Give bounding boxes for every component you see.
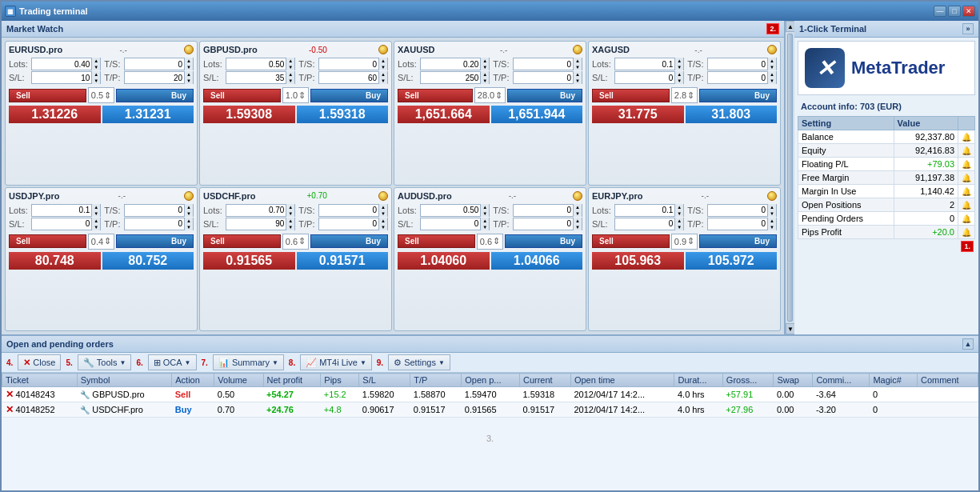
ts-spinner[interactable]: ▲ ▼ — [573, 204, 582, 217]
orders-col-header[interactable]: Action — [172, 374, 214, 387]
sl-up[interactable]: ▲ — [675, 71, 683, 78]
tp-up[interactable]: ▲ — [768, 218, 776, 224]
buy-button[interactable]: Buy — [505, 234, 582, 248]
ts-down[interactable]: ▼ — [574, 64, 582, 70]
scroll-thumb[interactable] — [787, 34, 793, 322]
orders-col-header[interactable]: Current — [519, 374, 570, 387]
wrench-icon[interactable]: 🔧 — [80, 390, 90, 399]
sl-field[interactable] — [226, 219, 286, 228]
ts-down[interactable]: ▼ — [768, 210, 776, 217]
tp-up[interactable]: ▲ — [379, 71, 387, 78]
lots-spinner[interactable]: ▲ ▼ — [91, 204, 100, 217]
tp-down[interactable]: ▼ — [379, 78, 387, 84]
lots-field[interactable] — [226, 60, 286, 69]
orders-col-header[interactable]: Commi... — [813, 374, 870, 387]
orders-col-header[interactable]: S/L — [359, 374, 410, 387]
bottom-expand-button[interactable]: ▲ — [962, 338, 974, 350]
sl-down[interactable]: ▼ — [286, 224, 294, 230]
tp-up[interactable]: ▲ — [574, 218, 582, 224]
sl-field[interactable] — [421, 219, 480, 228]
sl-down[interactable]: ▼ — [481, 224, 489, 230]
ts-spinner[interactable]: ▲ ▼ — [767, 58, 776, 70]
ts-spinner[interactable]: ▲ ▼ — [184, 204, 193, 217]
buy-button[interactable]: Buy — [507, 89, 582, 102]
tp-input[interactable]: ▲ ▼ — [124, 71, 194, 84]
lots-field[interactable] — [421, 206, 480, 214]
lots-input[interactable]: ▲ ▼ — [31, 204, 101, 217]
sell-button[interactable]: Sell — [9, 234, 86, 248]
ts-spinner[interactable]: ▲ ▼ — [573, 58, 582, 70]
orders-col-header[interactable]: Durat... — [674, 374, 722, 387]
orders-col-header[interactable]: Swap — [774, 374, 813, 387]
orders-col-header[interactable]: Net profit — [263, 374, 321, 387]
tp-input[interactable]: ▲ ▼ — [707, 71, 777, 84]
tp-up[interactable]: ▲ — [768, 71, 776, 78]
orders-col-header[interactable]: Ticket — [2, 374, 78, 387]
tp-input[interactable]: ▲ ▼ — [707, 218, 777, 230]
sl-spinner[interactable]: ▲ ▼ — [674, 71, 683, 84]
lots-spinner[interactable]: ▲ ▼ — [674, 204, 683, 217]
ts-down[interactable]: ▼ — [379, 64, 387, 70]
sell-button[interactable]: Sell — [592, 234, 670, 248]
sl-input[interactable]: ▲ ▼ — [31, 218, 101, 230]
bell-icon[interactable]: 🔔 — [962, 174, 971, 182]
lots-up[interactable]: ▲ — [92, 58, 100, 64]
ts-input[interactable]: ▲ ▼ — [707, 204, 777, 217]
bell-icon[interactable]: 🔔 — [962, 160, 971, 169]
lots-down[interactable]: ▼ — [286, 210, 294, 217]
bell-cell[interactable]: 🔔 — [958, 212, 975, 226]
sell-button[interactable]: Sell — [9, 89, 86, 102]
sl-spinner[interactable]: ▲ ▼ — [286, 71, 294, 84]
orders-col-header[interactable]: Comment — [917, 374, 978, 387]
ts-input[interactable]: ▲ ▼ — [124, 58, 194, 70]
tp-up[interactable]: ▲ — [379, 218, 387, 224]
sl-down[interactable]: ▼ — [481, 78, 489, 84]
tp-spinner[interactable]: ▲ ▼ — [184, 71, 193, 84]
sl-input[interactable]: ▲ ▼ — [614, 71, 684, 84]
oca-button[interactable]: ⊞ OCA ▼ — [148, 354, 197, 370]
ts-up[interactable]: ▲ — [768, 58, 776, 64]
lots-down[interactable]: ▼ — [675, 64, 683, 70]
tp-spinner[interactable]: ▲ ▼ — [767, 71, 776, 84]
bell-icon[interactable]: 🔔 — [962, 146, 971, 155]
close-button[interactable]: ✕ — [962, 6, 975, 17]
tp-up[interactable]: ▲ — [574, 71, 582, 78]
sl-down[interactable]: ▼ — [92, 224, 100, 230]
sl-field[interactable] — [32, 219, 91, 228]
sl-up[interactable]: ▲ — [92, 71, 100, 78]
ts-field[interactable] — [514, 60, 573, 69]
ts-up[interactable]: ▲ — [574, 204, 582, 210]
ts-input[interactable]: ▲ ▼ — [318, 204, 388, 217]
bell-cell[interactable]: 🔔 — [958, 158, 975, 171]
bell-icon[interactable]: 🔔 — [962, 214, 971, 223]
sl-up[interactable]: ▲ — [92, 218, 100, 224]
tp-input[interactable]: ▲ ▼ — [318, 218, 388, 230]
ts-spinner[interactable]: ▲ ▼ — [767, 204, 776, 217]
ts-field[interactable] — [708, 60, 767, 69]
sl-up[interactable]: ▲ — [481, 218, 489, 224]
tools-button[interactable]: 🔧 Tools ▼ — [78, 354, 132, 370]
summary-button[interactable]: 📊 Summary ▼ — [213, 354, 284, 370]
sl-input[interactable]: ▲ ▼ — [614, 218, 684, 230]
lots-spinner[interactable]: ▲ ▼ — [91, 58, 100, 70]
ts-up[interactable]: ▲ — [574, 58, 582, 64]
orders-col-header[interactable]: Open time — [570, 374, 674, 387]
sl-spinner[interactable]: ▲ ▼ — [91, 71, 100, 84]
tp-spinner[interactable]: ▲ ▼ — [573, 218, 582, 230]
tp-up[interactable]: ▲ — [185, 218, 193, 224]
lots-field[interactable] — [32, 60, 91, 69]
sell-button[interactable]: Sell — [203, 89, 281, 102]
settings-button[interactable]: ⚙ Settings ▼ — [388, 354, 450, 370]
lots-spinner[interactable]: ▲ ▼ — [286, 204, 294, 217]
tp-spinner[interactable]: ▲ ▼ — [573, 71, 582, 84]
ts-up[interactable]: ▲ — [185, 58, 193, 64]
ts-up[interactable]: ▲ — [185, 204, 193, 210]
buy-button[interactable]: Buy — [699, 89, 777, 102]
ts-down[interactable]: ▼ — [574, 210, 582, 217]
mt4i-button[interactable]: 📈 MT4i Live ▼ — [300, 354, 372, 370]
ts-input[interactable]: ▲ ▼ — [124, 204, 194, 217]
lots-spinner[interactable]: ▲ ▼ — [480, 204, 489, 217]
lots-input[interactable]: ▲ ▼ — [614, 58, 684, 70]
tp-down[interactable]: ▼ — [185, 224, 193, 230]
lots-field[interactable] — [615, 60, 674, 69]
